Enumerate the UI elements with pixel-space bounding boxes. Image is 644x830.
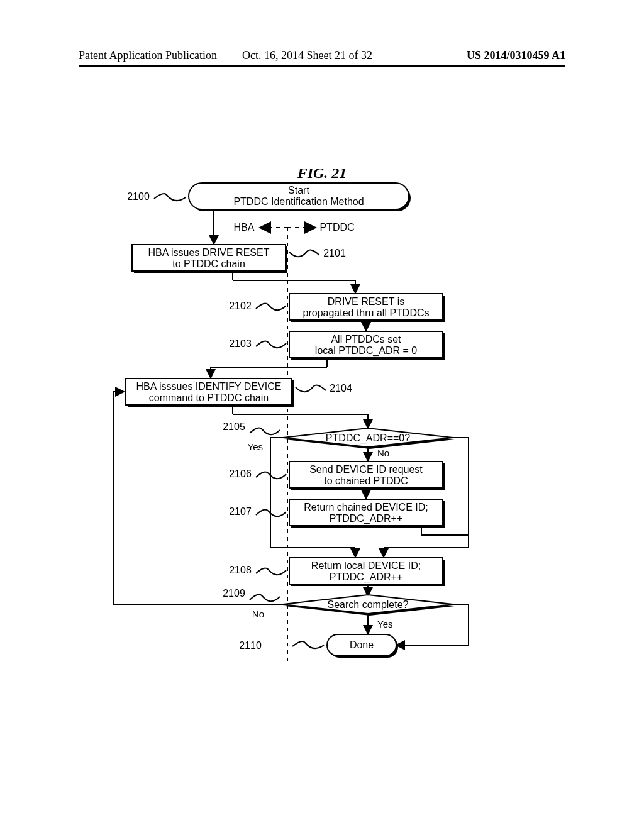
ref-2108: 2108 (229, 565, 252, 575)
node-2101: HBA issues DRIVE RESET to PTDDC chain (132, 245, 287, 273)
ref-2110: 2110 (239, 640, 262, 651)
svg-text:to PTDDC chain: to PTDDC chain (172, 258, 245, 269)
ref-2105: 2105 (223, 421, 245, 432)
svg-text:PTDDC_ADR++: PTDDC_ADR++ (330, 513, 402, 524)
ref-2106: 2106 (229, 468, 252, 479)
node-2106: Send DEVICE ID request to chained PTDDC (289, 462, 445, 490)
svg-text:Send DEVICE ID request: Send DEVICE ID request (309, 464, 423, 475)
svg-text:PTDDC Identification Method: PTDDC Identification Method (233, 196, 364, 207)
svg-text:PTDDC_ADR++: PTDDC_ADR++ (330, 572, 402, 583)
svg-text:Return local DEVICE ID;: Return local DEVICE ID; (311, 560, 421, 571)
branch-2109-no: No (252, 609, 264, 619)
node-2102: DRIVE RESET is propagated thru all PTDDC… (289, 294, 445, 322)
ref-2100: 2100 (127, 191, 150, 202)
svg-text:command to PTDDC chain: command to PTDDC chain (149, 392, 269, 403)
page-header: Patent Application Publication Oct. 16, … (79, 52, 565, 67)
ref-2107: 2107 (229, 506, 252, 517)
ref-2101: 2101 (323, 248, 346, 258)
svg-text:Done: Done (350, 639, 374, 650)
legend-hba: HBA (234, 222, 255, 233)
svg-text:PTDDC_ADR==0?: PTDDC_ADR==0? (326, 433, 410, 444)
header-right: US 2014/0310459 A1 (467, 49, 565, 62)
flowchart: HBA PTDDC Start PTDDC Identification Met… (107, 180, 491, 670)
svg-text:HBA issues DRIVE RESET: HBA issues DRIVE RESET (148, 247, 270, 258)
ref-2109: 2109 (223, 588, 245, 599)
header-middle: Oct. 16, 2014 Sheet 21 of 32 (242, 49, 372, 62)
svg-text:to chained PTDDC: to chained PTDDC (324, 475, 408, 486)
svg-text:HBA isssues IDENTIFY DEVICE: HBA isssues IDENTIFY DEVICE (136, 381, 282, 392)
legend-ptddc: PTDDC (319, 222, 354, 233)
node-2107: Return chained DEVICE ID; PTDDC_ADR++ (289, 499, 445, 528)
svg-text:All PTDDCs set: All PTDDCs set (331, 334, 401, 345)
svg-text:Return chained DEVICE ID;: Return chained DEVICE ID; (304, 502, 428, 512)
node-2105: PTDDC_ADR==0? (283, 428, 455, 449)
node-2103: All PTDDCs set local PTDDC_ADR = 0 (289, 331, 445, 360)
svg-text:local PTDDC_ADR = 0: local PTDDC_ADR = 0 (315, 345, 417, 357)
branch-2109-yes: Yes (377, 619, 392, 629)
node-2108: Return local DEVICE ID; PTDDC_ADR++ (289, 558, 445, 586)
ref-2102: 2102 (229, 301, 252, 311)
node-2109: Search complete? (283, 595, 455, 616)
svg-text:DRIVE RESET is: DRIVE RESET is (328, 296, 404, 307)
done-node: Done (327, 634, 398, 658)
start-node: Start PTDDC Identification Method (189, 183, 411, 211)
figure-title: FIG. 21 (0, 165, 644, 182)
node-2104: HBA isssues IDENTIFY DEVICE command to P… (126, 379, 294, 407)
ref-2103: 2103 (229, 338, 252, 349)
ref-2104: 2104 (330, 383, 352, 394)
branch-2105-yes: Yes (248, 441, 263, 452)
svg-text:Search complete?: Search complete? (328, 599, 409, 610)
svg-text:Start: Start (288, 185, 309, 196)
header-left: Patent Application Publication (79, 49, 217, 62)
branch-2105-no: No (377, 448, 389, 458)
svg-text:propagated thru all PTDDCs: propagated thru all PTDDCs (303, 307, 430, 318)
